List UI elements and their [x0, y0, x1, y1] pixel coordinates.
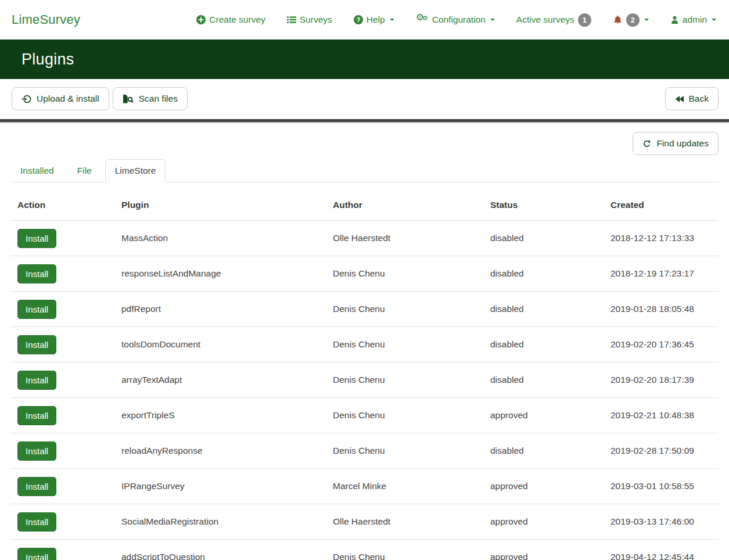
created-cell: 2019-03-01 10:58:55	[604, 469, 719, 504]
plugin-name-cell: reloadAnyResponse	[114, 433, 326, 469]
configuration-menu[interactable]: ⚙⚙ Configuration	[416, 15, 495, 25]
table-row: Install IPRangeSurvey Marcel Minke appro…	[10, 469, 719, 504]
tab-installed[interactable]: Installed	[10, 159, 64, 182]
install-button[interactable]: Install	[17, 264, 56, 283]
configuration-label: Configuration	[432, 15, 486, 25]
created-cell: 2018-12-19 17:23:17	[604, 256, 719, 292]
author-cell: Denis Chenu	[326, 433, 483, 469]
table-row: Install reloadAnyResponse Denis Chenu di…	[10, 433, 719, 469]
navbar-menu: Create survey Surveys ? Help ⚙⚙ Configur…	[196, 13, 717, 27]
chevron-down-icon	[490, 19, 495, 21]
user-label: admin	[683, 15, 707, 25]
created-cell: 2019-02-20 18:17:39	[604, 362, 719, 398]
install-button[interactable]: Install	[17, 406, 56, 425]
install-button[interactable]: Install	[17, 335, 56, 354]
created-cell: 2019-01-28 18:05:48	[604, 292, 719, 327]
table-row: Install exportTripleS Denis Chenu approv…	[10, 398, 719, 433]
status-cell: disabled	[483, 221, 604, 256]
top-navbar: LimeSurvey Create survey Surveys ? Help …	[0, 0, 729, 40]
table-row: Install pdfReport Denis Chenu disabled 2…	[10, 292, 719, 327]
upload-install-button[interactable]: Upload & install	[12, 87, 109, 110]
author-cell: Denis Chenu	[326, 327, 483, 362]
status-cell: approved	[483, 469, 604, 504]
created-cell: 2019-02-20 17:36:45	[604, 327, 719, 362]
tab-limestore[interactable]: LimeStore	[105, 159, 166, 182]
tab-file[interactable]: File	[67, 159, 102, 182]
author-cell: Olle Haerstedt	[326, 504, 483, 540]
column-header-status: Status	[483, 182, 604, 221]
install-button[interactable]: Install	[17, 441, 56, 461]
plugin-name-cell: pdfReport	[114, 292, 326, 327]
page-header: Plugins	[0, 40, 729, 79]
active-surveys-badge: 1	[578, 13, 591, 27]
status-cell: disabled	[483, 327, 604, 362]
find-updates-button[interactable]: Find updates	[633, 132, 719, 155]
list-icon	[287, 15, 296, 24]
install-button[interactable]: Install	[17, 548, 56, 560]
brand-logo[interactable]: LimeSurvey	[12, 12, 80, 27]
created-cell: 2019-04-12 12:45:44	[604, 540, 719, 560]
scan-files-label: Scan files	[139, 94, 178, 104]
created-cell: 2019-03-13 17:46:00	[604, 504, 719, 540]
back-button[interactable]: Back	[665, 87, 719, 110]
create-survey-label: Create survey	[209, 15, 265, 25]
install-button[interactable]: Install	[17, 512, 56, 532]
table-row: Install SocialMediaRegistration Olle Hae…	[10, 504, 719, 540]
install-button[interactable]: Install	[17, 300, 56, 319]
author-cell: Marcel Minke	[326, 469, 483, 504]
plugin-name-cell: arrayTextAdapt	[114, 362, 326, 398]
fast-backward-icon	[675, 95, 684, 103]
chevron-down-icon	[644, 19, 649, 21]
chevron-down-icon	[390, 19, 394, 21]
status-cell: disabled	[483, 433, 604, 469]
chevron-down-icon	[712, 19, 716, 21]
status-cell: approved	[483, 540, 604, 560]
table-row: Install addScriptToQuestion Denis Chenu …	[10, 540, 719, 560]
table-row: Install toolsDomDocument Denis Chenu dis…	[10, 327, 719, 362]
bell-icon	[613, 15, 623, 25]
back-label: Back	[689, 94, 709, 104]
install-button[interactable]: Install	[17, 371, 56, 390]
created-cell: 2018-12-12 17:13:33	[604, 221, 719, 256]
scan-files-button[interactable]: Scan files	[113, 87, 188, 110]
file-search-icon	[123, 94, 134, 104]
created-cell: 2019-02-21 10:48:38	[604, 398, 719, 433]
updates-row: Find updates	[0, 122, 729, 155]
active-surveys-label: Active surveys	[516, 15, 574, 25]
install-button[interactable]: Install	[17, 229, 56, 248]
status-cell: disabled	[483, 362, 604, 398]
table-row: Install responseListAndManage Denis Chen…	[10, 256, 719, 292]
help-label: Help	[367, 15, 385, 25]
surveys-link[interactable]: Surveys	[287, 15, 332, 25]
status-cell: disabled	[483, 292, 604, 327]
status-cell: disabled	[483, 256, 604, 292]
plugin-name-cell: toolsDomDocument	[114, 327, 326, 362]
column-header-plugin: Plugin	[114, 182, 326, 221]
question-circle-icon: ?	[354, 15, 363, 24]
active-surveys-link[interactable]: Active surveys 1	[516, 13, 591, 27]
table-row: Install MassAction Olle Haerstedt disabl…	[10, 221, 719, 256]
plus-circle-icon	[196, 15, 206, 24]
author-cell: Denis Chenu	[326, 292, 483, 327]
plugin-name-cell: IPRangeSurvey	[114, 469, 326, 504]
notifications-menu[interactable]: 2	[613, 13, 649, 27]
author-cell: Denis Chenu	[326, 362, 483, 398]
author-cell: Denis Chenu	[326, 540, 483, 560]
surveys-label: Surveys	[300, 15, 332, 25]
user-menu[interactable]: admin	[670, 15, 716, 25]
help-menu[interactable]: ? Help	[354, 15, 394, 25]
plugin-tabs: Installed File LimeStore	[10, 159, 719, 182]
notifications-badge: 2	[626, 13, 640, 27]
create-survey-link[interactable]: Create survey	[196, 15, 265, 25]
install-button[interactable]: Install	[17, 477, 56, 496]
plugin-name-cell: MassAction	[114, 221, 326, 256]
plugin-name-cell: responseListAndManage	[114, 256, 326, 292]
action-toolbar: Upload & install Scan files Back	[0, 79, 729, 119]
user-icon	[670, 16, 679, 24]
status-cell: approved	[483, 398, 604, 433]
upload-install-label: Upload & install	[37, 94, 99, 104]
plugin-name-cell: SocialMediaRegistration	[114, 504, 326, 540]
author-cell: Denis Chenu	[326, 398, 483, 433]
author-cell: Denis Chenu	[326, 256, 483, 292]
plugins-table: Action Plugin Author Status Created Inst…	[10, 182, 719, 560]
